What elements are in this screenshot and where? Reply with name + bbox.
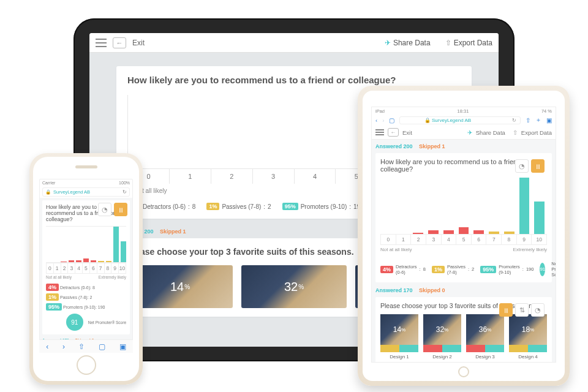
suit-tile[interactable]: 18% Design 4 [509, 314, 547, 361]
tabs-icon[interactable]: ▣ [546, 117, 552, 124]
lock-icon: 🔒 [45, 189, 51, 195]
suit-tile[interactable]: 14% [127, 265, 233, 308]
tablet-suits-card: ⫼ ⇅ ◔ Please choose your top 3 favorite … [375, 297, 552, 362]
home-button[interactable] [77, 355, 96, 375]
gauge-icon[interactable]: ◔ [515, 159, 529, 173]
gauge-icon[interactable]: ◔ [98, 203, 111, 216]
nps-2[interactable]: 2 [211, 169, 252, 184]
back-button[interactable]: ← [113, 37, 126, 48]
tablet-high-label: Extremely likely [513, 247, 547, 252]
nps-3[interactable]: 3 [252, 169, 294, 184]
skipped-stat: Skipped 1 [160, 228, 186, 235]
tablet-nps-chart [380, 178, 547, 234]
tablet-low-label: Not at all likely [380, 247, 412, 252]
battery-label: 74 % [541, 108, 552, 114]
phone-nps-chart [46, 226, 126, 263]
export-label: Export Data [454, 39, 492, 47]
time-label: 18:31 [458, 108, 469, 114]
battery-label: 100% [119, 181, 130, 185]
phone-high-label: Extremely likely [99, 275, 126, 279]
carrier-label: Carrier [42, 181, 55, 185]
suit-image: 36% [466, 314, 504, 345]
share-icon[interactable]: ⇧ [78, 342, 85, 351]
suit-image: 32% [241, 265, 347, 308]
reload-icon[interactable]: ↻ [512, 118, 516, 123]
exit-button[interactable]: Exit [132, 39, 145, 47]
home-button[interactable] [458, 366, 469, 377]
exit-button[interactable]: Exit [402, 129, 412, 136]
forward-icon[interactable]: › [62, 342, 65, 351]
lock-icon: 🔒 [424, 118, 431, 123]
toolchips: ◔ ⫼ [515, 159, 545, 173]
forward-icon[interactable]: › [382, 117, 384, 124]
phone-url-bar[interactable]: 🔒 SurveyLegend AB ↻ [42, 187, 130, 197]
tablet-meta-2: Answered 170 Skipped 0 [375, 287, 552, 293]
suit-label: Design 2 [423, 352, 461, 361]
suit-image: 14% [380, 314, 418, 345]
export-data-button[interactable]: ⇧ Export Data [445, 39, 492, 47]
nps-score-disc: 91 [66, 314, 83, 331]
tablet-meta: Answered 200 Skipped 1 [375, 143, 552, 149]
tablet-app-toolbar: ← Exit ✈ Share Data ⇧ Export Data [372, 126, 556, 140]
suit-label: Design 4 [509, 352, 547, 361]
toolchips: ◔ ⫼ [98, 203, 127, 216]
bars-icon[interactable]: ⫼ [499, 303, 513, 317]
add-icon[interactable]: ＋ [535, 116, 541, 124]
safari-toolbar: ‹ › ▢ 🔒 SurveyLegend AB ↻ ⇧ ＋ ▣ [372, 115, 556, 126]
nps-score-label: Net Promoter® Score [551, 261, 556, 277]
nps-score-label: Net Promoter® Score [88, 320, 126, 325]
suit-label: Design 1 [380, 352, 418, 361]
phone-screen: Carrier 100% 🔒 SurveyLegend AB ↻ ◔ ⫼ How… [39, 179, 133, 353]
gauge-icon[interactable]: ◔ [531, 303, 545, 317]
tablet-status-bar: iPad 18:31 74 % [372, 107, 556, 115]
url-bar[interactable]: 🔒 SurveyLegend AB ↻ [399, 116, 521, 124]
suit-tile[interactable]: 32% Design 2 [423, 314, 461, 361]
export-button[interactable]: Export Data [521, 129, 552, 136]
bars-icon[interactable]: ⫼ [114, 203, 127, 216]
reload-icon[interactable]: ↻ [123, 189, 127, 195]
suit-tile[interactable]: 36% Design 3 [466, 314, 504, 361]
bookmarks-icon[interactable]: ▢ [99, 342, 105, 351]
tablet-screen: iPad 18:31 74 % ‹ › ▢ 🔒 SurveyLegend AB … [371, 107, 556, 363]
flow-icon[interactable]: ⇅ [515, 303, 529, 317]
legend-promoters: 95% Promoters (9-10): 190 [282, 203, 364, 210]
phone-nps-scale: 012345678910 [46, 263, 126, 274]
share-button[interactable]: Share Data [476, 129, 505, 136]
url-host: SurveyLegend AB [53, 189, 90, 195]
bookmarks-icon[interactable]: ▢ [389, 117, 394, 124]
export-icon: ⇧ [513, 129, 518, 136]
tablet-nps-card: ◔ ⫼ How likely are you to recommend us t… [375, 153, 552, 282]
legend-passives: 1% Passives (7-8): 2 [206, 203, 271, 210]
back-icon[interactable]: ‹ [46, 342, 48, 351]
menu-icon[interactable] [375, 129, 384, 135]
back-icon[interactable]: ‹ [375, 117, 377, 124]
nps-1[interactable]: 1 [169, 169, 211, 184]
tabs-icon[interactable]: ▣ [119, 342, 126, 351]
back-button[interactable]: ← [388, 128, 399, 137]
toolchips: ⫼ ⇅ ◔ [499, 303, 545, 317]
suit-tile[interactable]: 14% Design 1 [380, 314, 418, 361]
suit-label: Design 3 [466, 352, 504, 361]
suit-image: 32% [423, 314, 461, 345]
export-icon: ⇧ [445, 39, 451, 47]
share-data-button[interactable]: ✈ Share Data [385, 39, 431, 47]
phone-status-bar: Carrier 100% [40, 179, 132, 186]
suit-tile[interactable]: 32% [241, 265, 347, 308]
app-toolbar: ← Exit ✈ Share Data ⇧ Export Data [89, 33, 499, 53]
phone-legend: 4% Detractors (0-6): 8 1% Passives (7-8)… [46, 284, 126, 331]
safari-tabbar: ‹ › ⇧ ▢ ▣ [39, 339, 133, 353]
suit-image: 14% [127, 265, 233, 308]
device-label: iPad [375, 108, 385, 114]
nps-4[interactable]: 4 [294, 169, 336, 184]
menu-icon[interactable] [96, 39, 107, 47]
phone-low-label: Not at all likely [46, 275, 72, 279]
nps-question: How likely are you to recommend us to a … [127, 75, 461, 85]
phone-device: Carrier 100% 🔒 SurveyLegend AB ↻ ◔ ⫼ How… [29, 153, 143, 385]
share-icon: ✈ [467, 129, 472, 136]
tablet-nps-scale: 012345678910 [380, 234, 547, 245]
tablet-legend: 4% Detractors (0-6): 8 1% Passives (7-8)… [380, 261, 547, 277]
phone-nps-card: ◔ ⫼ How likely are you to recommend us t… [42, 200, 130, 334]
share-icon[interactable]: ⇧ [526, 117, 530, 124]
bars-icon[interactable]: ⫼ [531, 159, 545, 173]
share-label: Share Data [393, 39, 431, 47]
